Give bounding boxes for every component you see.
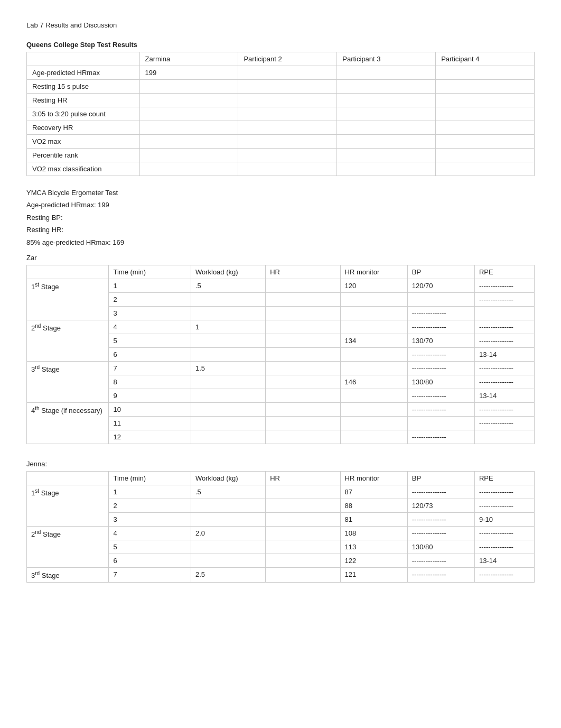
rpe-cell: ---------------	[474, 375, 534, 389]
time-cell: 4	[109, 320, 191, 334]
stage-label: 1st Stage	[27, 485, 109, 526]
bp-cell: ---------------	[407, 347, 474, 361]
row-label: Percentile rank	[27, 149, 140, 162]
hr-cell	[266, 279, 340, 292]
hrmonitor-cell: 108	[340, 526, 407, 540]
workload-cell	[191, 306, 265, 320]
cell-zarmina	[139, 107, 238, 121]
step-test-table: Zarmina Participant 2 Participant 3 Part…	[26, 52, 535, 176]
workload-cell	[191, 347, 265, 361]
workload-cell: 2.5	[191, 567, 265, 582]
hrmonitor-cell: 81	[340, 512, 407, 526]
time-cell: 2	[109, 499, 191, 512]
bp-cell	[407, 292, 474, 306]
bp-cell: ---------------	[407, 567, 474, 582]
rpe-cell	[474, 430, 534, 444]
hr-cell	[266, 402, 340, 416]
col-header-workload: Workload (kg)	[191, 265, 265, 279]
workload-cell	[191, 512, 265, 526]
hrmonitor-cell: 120	[340, 279, 407, 292]
hr-cell	[266, 526, 340, 540]
bp-cell: ---------------	[407, 320, 474, 334]
bp-cell: ---------------	[407, 554, 474, 567]
hrmonitor-cell	[340, 389, 407, 402]
hrmonitor-cell	[340, 320, 407, 334]
stage-label: 2nd Stage	[27, 320, 109, 361]
hr-cell	[266, 416, 340, 430]
cell-p2	[238, 80, 337, 94]
stage-label: 1st Stage	[27, 279, 109, 320]
hr-cell	[266, 554, 340, 567]
rpe-cell: 13-14	[474, 347, 534, 361]
row-label: Resting 15 s pulse	[27, 80, 140, 94]
table-row: Resting HR	[27, 94, 535, 107]
cell-p2	[238, 94, 337, 107]
rpe-cell: ---------------	[474, 402, 534, 416]
row-label: Recovery HR	[27, 121, 140, 135]
rpe-cell: ---------------	[474, 320, 534, 334]
bp-cell: ---------------	[407, 306, 474, 320]
table-row: VO2 max classification	[27, 162, 535, 176]
step-col-header-p2: Participant 2	[238, 52, 337, 66]
cell-p4	[436, 149, 535, 162]
table-row: 1st Stage 1 .5 87 --------------- ------…	[27, 485, 535, 499]
time-cell: 4	[109, 526, 191, 540]
ymca-info-block: YMCA Bicycle Ergometer Test Age-predicte…	[26, 187, 535, 248]
step-col-header-0	[27, 52, 140, 66]
time-cell: 12	[109, 430, 191, 444]
col-header-time: Time (min)	[109, 471, 191, 485]
bp-cell: ---------------	[407, 512, 474, 526]
cell-zarmina: 199	[139, 66, 238, 80]
time-cell: 6	[109, 554, 191, 567]
cell-p3	[337, 135, 436, 149]
ymca-resting-bp: Resting BP:	[26, 211, 535, 224]
bp-cell: ---------------	[407, 485, 474, 499]
stage-label: 4th Stage (if necessary)	[27, 402, 109, 444]
cell-p2	[238, 149, 337, 162]
stage-label: 3rd Stage	[27, 361, 109, 402]
stage-label: 2nd Stage	[27, 526, 109, 567]
cell-zarmina	[139, 149, 238, 162]
rpe-cell: 9-10	[474, 512, 534, 526]
cell-p2	[238, 135, 337, 149]
cell-zarmina	[139, 162, 238, 176]
bp-cell: 130/80	[407, 540, 474, 554]
bp-cell: ---------------	[407, 526, 474, 540]
cell-zarmina	[139, 80, 238, 94]
workload-cell	[191, 334, 265, 347]
row-label: VO2 max	[27, 135, 140, 149]
cell-p3	[337, 162, 436, 176]
rpe-cell: ---------------	[474, 526, 534, 540]
time-cell: 11	[109, 416, 191, 430]
time-cell: 10	[109, 402, 191, 416]
time-cell: 9	[109, 389, 191, 402]
hr-cell	[266, 430, 340, 444]
hr-cell	[266, 389, 340, 402]
hrmonitor-cell: 121	[340, 567, 407, 582]
rpe-cell: ---------------	[474, 567, 534, 582]
workload-cell	[191, 375, 265, 389]
hrmonitor-cell	[340, 292, 407, 306]
col-header-workload: Workload (kg)	[191, 471, 265, 485]
col-header-stage	[27, 471, 109, 485]
jenna-label: Jenna:	[26, 460, 535, 468]
cell-p4	[436, 162, 535, 176]
hrmonitor-cell	[340, 361, 407, 375]
cell-zarmina	[139, 121, 238, 135]
cell-zarmina	[139, 94, 238, 107]
ymca-age-predicted: Age-predicted HRmax: 199	[26, 199, 535, 211]
time-cell: 5	[109, 540, 191, 554]
workload-cell	[191, 292, 265, 306]
step-col-header-p3: Participant 3	[337, 52, 436, 66]
ymca-percent-hrmax: 85% age-predicted HRmax: 169	[26, 236, 535, 248]
hr-cell	[266, 375, 340, 389]
time-cell: 7	[109, 361, 191, 375]
cell-p3	[337, 107, 436, 121]
table-row: 3:05 to 3:20 pulse count	[27, 107, 535, 121]
rpe-cell: ---------------	[474, 279, 534, 292]
hr-cell	[266, 347, 340, 361]
workload-cell	[191, 554, 265, 567]
hr-cell	[266, 334, 340, 347]
time-cell: 2	[109, 292, 191, 306]
hrmonitor-cell: 88	[340, 499, 407, 512]
